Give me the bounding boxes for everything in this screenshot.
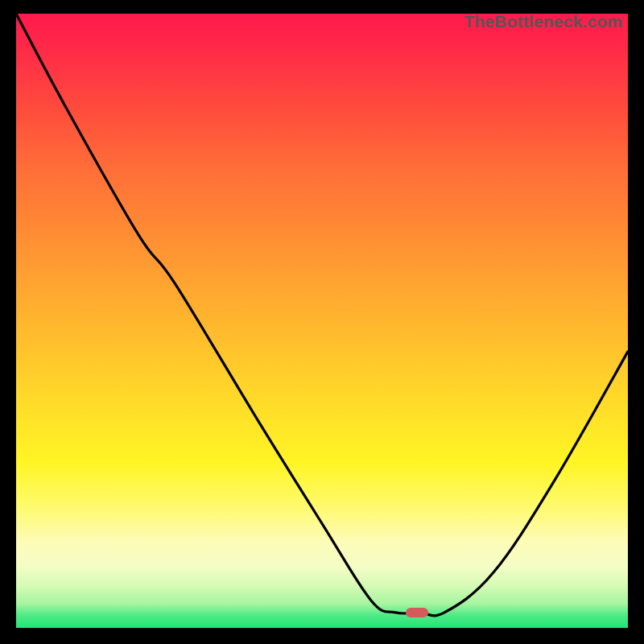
chart-plot-area: TheBottleneck.com: [16, 14, 628, 628]
optimal-marker: [406, 608, 428, 617]
bottleneck-curve: [16, 14, 628, 628]
